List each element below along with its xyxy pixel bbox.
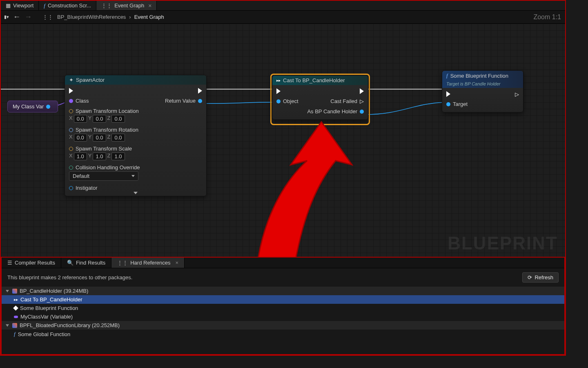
tab-label: Hard References (130, 260, 170, 266)
tab-construction-script[interactable]: f Construction Scr... (39, 1, 96, 10)
pin-collision-override[interactable]: Collision Handling Override (69, 164, 140, 171)
tree-item-global-function[interactable]: fSome Global Function (2, 330, 564, 339)
expand-icon[interactable] (6, 324, 9, 327)
pin-cast-failed[interactable]: Cast Failed▷ (330, 98, 364, 104)
function-icon: f (44, 2, 45, 9)
references-summary-row: This blueprint makes 2 references to oth… (2, 268, 564, 287)
annotation-arrow-icon (246, 120, 376, 258)
refresh-icon: ⟳ (528, 274, 532, 280)
function-node-icon (13, 305, 18, 311)
pin-target[interactable]: Target (446, 101, 468, 107)
spawn-icon: ✦ (69, 77, 74, 83)
pin-spawn-location[interactable]: Spawn Transform Location (69, 108, 140, 114)
blueprint-icon (12, 323, 17, 328)
expand-icon[interactable] (6, 290, 9, 292)
close-icon[interactable]: × (148, 2, 151, 9)
variable-label: My Class Var (13, 103, 44, 110)
pin-label: Return Value (165, 98, 196, 104)
node-title: SpawnActor (76, 77, 105, 83)
pin-instigator[interactable]: Instigator (69, 185, 140, 191)
pin-label: Collision Handling Override (76, 164, 140, 171)
tree-header-bpfl[interactable]: BPFL_BloatedFunctionLibrary (20.252MB) (2, 321, 564, 330)
chevron-down-icon (131, 175, 135, 177)
pin-label: As BP Candle Holder (307, 108, 357, 114)
tab-label: Event Graph (114, 2, 144, 9)
breadcrumb-blueprint[interactable]: BP_BlueprintWithReferences (57, 14, 126, 20)
output-pin-icon[interactable] (46, 105, 50, 109)
pin-label: Spawn Transform Location (76, 108, 139, 114)
pin-spawn-rotation[interactable]: Spawn Transform Rotation (69, 127, 140, 133)
nav-forward-icon[interactable]: → (24, 13, 32, 21)
blueprint-icon (12, 289, 17, 294)
button-label: Refresh (535, 274, 553, 280)
tree-item-function[interactable]: Some Blueprint Function (2, 304, 564, 312)
tree-label: BP_CandleHolder (39.24MB) (20, 288, 88, 294)
tree-label: Some Global Function (18, 331, 71, 337)
tab-event-graph[interactable]: ⋮⋮ Event Graph × (96, 1, 157, 10)
close-icon[interactable]: × (176, 260, 179, 266)
references-summary: This blueprint makes 2 references to oth… (7, 274, 132, 280)
variable-icon (14, 316, 18, 318)
exec-in-pin[interactable] (276, 88, 298, 94)
tree-label: MyClassVar (Variable) (20, 314, 73, 320)
references-tree: BP_CandleHolder (39.24MB) ▸▸Cast To BP_C… (2, 287, 564, 339)
cast-icon: ▸▸ (276, 78, 281, 83)
tab-find-results[interactable]: 🔍Find Results (61, 258, 111, 268)
tree-label: BPFL_BloatedFunctionLibrary (20.252MB) (20, 322, 120, 328)
tab-label: Viewport (13, 2, 33, 9)
toolbar: ▮▾ ← → ⋮⋮ BP_BlueprintWithReferences › E… (1, 11, 565, 24)
top-tab-bar: ▦ Viewport f Construction Scr... ⋮⋮ Even… (1, 1, 565, 11)
vector-input[interactable]: X0.0Y0.0Z0.0 (69, 115, 140, 123)
vector-input[interactable]: X1.0Y1.0Z1.0 (69, 153, 140, 160)
vector-input[interactable]: X0.0Y0.0Z0.0 (69, 134, 140, 141)
node-spawnactor[interactable]: ✦ SpawnActor Class Spawn Transform Locat… (65, 75, 207, 196)
exec-in-pin[interactable] (69, 88, 140, 94)
tree-item-cast[interactable]: ▸▸Cast To BP_CandleHolder (2, 295, 564, 304)
exec-out-pin[interactable] (198, 88, 202, 94)
expand-chevron-icon[interactable] (134, 192, 138, 194)
pin-label: Object (283, 98, 298, 104)
pin-label: Target (453, 101, 468, 107)
bottom-tab-bar: ☰Compiler Results 🔍Find Results ⋮⋮Hard R… (2, 258, 564, 268)
breadcrumb-current: Event Graph (134, 14, 164, 20)
tree-header-candleholder[interactable]: BP_CandleHolder (39.24MB) (2, 287, 564, 295)
pin-class[interactable]: Class (69, 98, 140, 104)
dropdown-value: Default (73, 173, 89, 179)
tab-label: Construction Scr... (48, 2, 91, 9)
nav-back-icon[interactable]: ← (13, 13, 20, 21)
breadcrumb[interactable]: BP_BlueprintWithReferences › Event Graph (57, 14, 164, 20)
node-header: ▸▸ Cast To BP_CandleHolder (272, 76, 368, 85)
variable-node-myclassvar[interactable]: My Class Var (7, 101, 58, 112)
pin-label: Spawn Transform Scale (76, 146, 132, 152)
function-icon: f (446, 72, 448, 79)
pin-label: Class (76, 98, 89, 104)
editor-window: ▦ Viewport f Construction Scr... ⋮⋮ Even… (0, 0, 566, 356)
tab-compiler-results[interactable]: ☰Compiler Results (2, 258, 61, 268)
graph-canvas[interactable]: BLUEPRINT My Class Var ✦ SpawnActor (1, 24, 565, 258)
exec-out-pin[interactable] (360, 88, 364, 94)
pin-return-value[interactable]: Return Value (165, 98, 202, 104)
collision-dropdown[interactable]: Default (69, 171, 138, 181)
exec-out-pin[interactable]: ▷ (515, 91, 519, 97)
cast-icon: ▸▸ (14, 297, 18, 302)
list-icon: ☰ (7, 260, 12, 266)
chevron-right-icon: › (129, 14, 131, 20)
node-title: Cast To BP_CandleHolder (283, 77, 345, 83)
tree-label: Some Blueprint Function (20, 305, 78, 311)
dropdown-icon[interactable]: ▮▾ (4, 14, 9, 20)
node-some-blueprint-function[interactable]: fSome Blueprint Function Target is BP Ca… (442, 70, 523, 112)
pin-label: Instigator (76, 185, 97, 191)
bottom-panel: ☰Compiler Results 🔍Find Results ⋮⋮Hard R… (1, 257, 565, 355)
pin-as-candleholder[interactable]: As BP Candle Holder (307, 108, 364, 114)
refresh-button[interactable]: ⟳Refresh (522, 272, 559, 283)
tree-item-variable[interactable]: MyClassVar (Variable) (2, 312, 564, 321)
exec-in-pin[interactable] (446, 91, 468, 97)
reference-icon: ⋮⋮ (117, 260, 128, 266)
node-header: fSome Blueprint Function Target is BP Ca… (442, 71, 523, 88)
node-cast-to-candleholder[interactable]: ▸▸ Cast To BP_CandleHolder Object Cast F… (272, 75, 368, 120)
tab-viewport[interactable]: ▦ Viewport (1, 1, 39, 10)
watermark: BLUEPRINT (448, 233, 558, 254)
pin-object[interactable]: Object (276, 98, 298, 104)
tab-hard-references[interactable]: ⋮⋮Hard References× (111, 258, 185, 268)
pin-spawn-scale[interactable]: Spawn Transform Scale (69, 146, 140, 152)
